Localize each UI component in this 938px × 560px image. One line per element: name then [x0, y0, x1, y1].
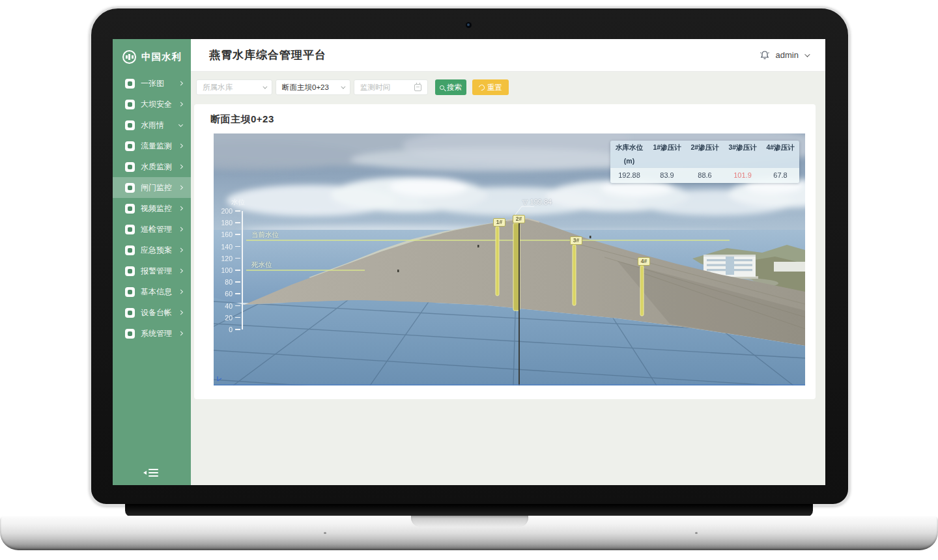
gauge-tick-mark	[235, 317, 240, 318]
gauge-tick: 140	[214, 244, 242, 250]
crest-elevation-annotation: ▽ 199.84	[522, 198, 552, 206]
monitor-table-header-cell: 4#渗压计	[761, 141, 799, 168]
section-card: 断面主坝0+23	[194, 104, 816, 399]
monitor-table: 水库水位(m)1#渗压计2#渗压计3#渗压计4#渗压计 192.8883.988…	[610, 141, 799, 183]
gauge-tick: 120	[214, 256, 242, 262]
sidebar-item-8[interactable]: 应急预案	[113, 240, 191, 260]
sidebar-item-1[interactable]: 大坝安全	[113, 94, 191, 115]
gauge-tick: 0	[214, 327, 242, 333]
monitor-table-value-cell: 88.6	[686, 168, 724, 183]
monitor-table-value-cell: 101.9	[724, 168, 761, 183]
reservoir-select[interactable]: 所属水库	[196, 79, 272, 95]
gauge-tick-mark	[235, 234, 240, 235]
piezometer-tag-1: 1#	[493, 218, 505, 227]
basic-info-icon	[125, 287, 135, 297]
chevron-right-icon	[178, 143, 183, 148]
sidebar-item-0[interactable]: 一张图	[113, 73, 191, 94]
chevron-right-icon	[178, 185, 183, 189]
sidebar-item-label: 大坝安全	[141, 99, 172, 110]
laptop-mockup: 中国水利 一张图大坝安全水雨情流量监测水质监测闸门监控视频监控巡检管理应急预案报…	[0, 0, 938, 560]
chevron-right-icon	[178, 247, 183, 252]
piezometer-tag-2: 2#	[513, 215, 525, 223]
monitor-table-header-cell: 2#渗压计	[686, 141, 724, 168]
search-icon	[440, 85, 444, 90]
section-selected-value: 断面主坝0+23	[282, 83, 329, 92]
sidebar-collapse-button[interactable]	[143, 468, 160, 478]
platform-title: 燕霄水库综合管理平台	[209, 48, 326, 63]
user-menu[interactable]: admin	[776, 50, 799, 60]
water-quality-icon	[125, 162, 135, 172]
monitor-table-header-cell: 1#渗压计	[648, 141, 686, 168]
section-select[interactable]: 断面主坝0+23	[276, 79, 350, 95]
sidebar-item-label: 基本信息	[141, 287, 172, 298]
sidebar-item-12[interactable]: 系统管理	[113, 323, 191, 344]
sidebar-item-11[interactable]: 设备台帐	[113, 302, 191, 323]
sidebar-item-4[interactable]: 水质监测	[113, 156, 191, 177]
gauge-tick: 60	[214, 291, 242, 297]
gauge-tick-label: 80	[216, 278, 233, 286]
alarm-bell-icon[interactable]	[760, 50, 770, 61]
sidebar-item-6[interactable]: 视频监控	[113, 198, 191, 219]
flow-monitor-icon	[125, 141, 135, 151]
refresh-icon	[477, 83, 486, 92]
sidebar-item-3[interactable]: 流量监测	[113, 135, 191, 156]
sidebar-item-label: 水质监测	[141, 161, 172, 173]
sidebar-item-label: 视频监控	[141, 203, 172, 214]
gauge-tick-label: 180	[216, 219, 233, 227]
gauge-tick-label: 100	[216, 266, 233, 274]
piezometer-tag-3: 3#	[570, 236, 582, 245]
sidebar-item-2[interactable]: 水雨情	[113, 115, 191, 135]
gauge-tick-mark	[235, 270, 240, 271]
equipment-ledger-icon	[125, 308, 135, 318]
gauge-tick-label: 40	[216, 302, 233, 310]
chevron-right-icon	[178, 206, 183, 210]
sidebar-item-9[interactable]: 报警管理	[113, 260, 191, 281]
brand-name: 中国水利	[141, 51, 182, 63]
search-label: 搜索	[447, 83, 462, 92]
dead-water-level-label: 死水位	[251, 260, 272, 270]
reset-button[interactable]: 重置	[472, 79, 509, 95]
chevron-right-icon	[178, 227, 183, 231]
dam-safety-icon	[125, 100, 135, 109]
gauge-tick: 160	[214, 232, 242, 238]
laptop-hinge	[125, 504, 813, 517]
gauge-tick-mark	[235, 293, 240, 294]
one-map-icon	[125, 79, 135, 89]
gauge-tick-mark	[235, 329, 240, 330]
sidebar-item-label: 流量监测	[141, 141, 172, 152]
card-title: 断面主坝0+23	[210, 113, 274, 126]
laptop-lid-notch	[411, 516, 528, 527]
current-water-level-label: 当前水位	[251, 231, 279, 240]
gauge-tick-mark	[235, 281, 240, 283]
chevron-right-icon	[178, 164, 183, 169]
user-caret-icon[interactable]	[804, 51, 810, 57]
sidebar-item-5[interactable]: 闸门监控	[113, 177, 191, 198]
dam-cross-section-viewport[interactable]: 水位 200180160140120100806040200 当前水位 死水位 …	[214, 133, 805, 385]
webcam-icon	[466, 22, 472, 28]
sidebar-item-label: 设备台帐	[141, 307, 172, 318]
gauge-tick: 40	[214, 303, 242, 309]
gauge-tick-label: 60	[216, 290, 233, 298]
gauge-tick-label: 160	[216, 231, 233, 238]
piezometer-tag-4: 4#	[638, 257, 650, 266]
sidebar-item-label: 一张图	[141, 78, 164, 89]
gauge-tick-mark	[235, 305, 240, 307]
emergency-plan-icon	[125, 245, 135, 255]
chevron-down-icon	[263, 84, 267, 89]
sidebar-item-7[interactable]: 巡检管理	[113, 219, 191, 240]
chevron-right-icon	[178, 310, 183, 315]
reservoir-placeholder: 所属水库	[203, 83, 233, 92]
monitor-table-value-cell: 67.8	[761, 168, 799, 183]
monitor-table-value-cell: 192.88	[610, 168, 648, 183]
monitor-table-value-cell: 83.9	[648, 168, 686, 183]
sidebar-item-label: 报警管理	[141, 266, 172, 277]
sidebar-item-10[interactable]: 基本信息	[113, 281, 191, 302]
monitor-time-input[interactable]: 监测时间	[354, 79, 428, 95]
topbar: 燕霄水库综合管理平台 admin	[191, 39, 825, 72]
chevron-right-icon	[178, 289, 183, 294]
search-button[interactable]: 搜索	[435, 79, 466, 95]
gauge-tick-label: 0	[216, 326, 233, 333]
app-screen: 中国水利 一张图大坝安全水雨情流量监测水质监测闸门监控视频监控巡检管理应急预案报…	[113, 39, 825, 485]
monitor-table-header-cell: 水库水位(m)	[610, 141, 648, 168]
patrol-manage-icon	[125, 225, 135, 234]
